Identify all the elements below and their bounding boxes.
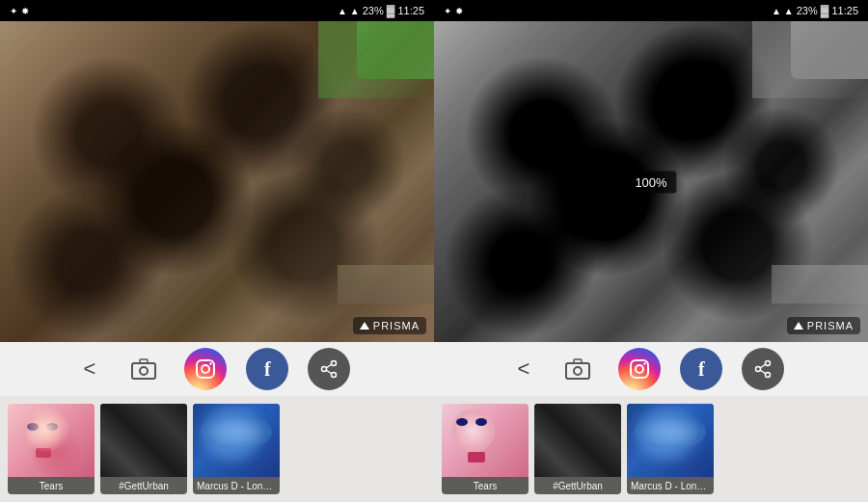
filter-label-urban-right: #GettUrban bbox=[534, 477, 621, 494]
bluetooth-icon2: ✸ bbox=[21, 6, 29, 16]
bluetooth-icon-r: ✦ bbox=[444, 6, 451, 16]
filter-thumb-marcus-right bbox=[627, 404, 714, 477]
prisma-triangle-left bbox=[360, 322, 369, 330]
filter-label-text-tears-right: Tears bbox=[472, 481, 499, 491]
svg-point-21 bbox=[756, 367, 761, 372]
svg-point-6 bbox=[210, 362, 212, 364]
time-right: 11:25 bbox=[831, 5, 858, 16]
svg-rect-15 bbox=[574, 359, 582, 363]
filter-label-tears-right: Tears bbox=[442, 477, 529, 494]
svg-point-5 bbox=[202, 365, 209, 373]
filter-item-urban-right[interactable]: ✓ #GettUrban bbox=[534, 404, 621, 494]
filter-item-tears-left[interactable]: Tears bbox=[8, 404, 95, 494]
prisma-text-right: PRISMA bbox=[807, 320, 854, 331]
filter-label-marcus-left: Marcus D - Lone ... bbox=[193, 477, 280, 494]
image-area-left: PRISMA bbox=[0, 21, 434, 342]
filter-label-tears-left: Tears bbox=[8, 477, 95, 494]
svg-line-22 bbox=[760, 364, 766, 368]
check-overlay-urban-right: ✓ bbox=[561, 424, 594, 457]
svg-point-19 bbox=[766, 361, 771, 366]
battery-percent-left: 23% bbox=[363, 5, 384, 16]
filter-thumb-urban-left: ✓ bbox=[100, 404, 187, 477]
status-bar-left: ✦ ✸ ▲ ▲ 23% ▓ 11:25 bbox=[0, 0, 434, 21]
action-bar-left: < f bbox=[0, 342, 434, 396]
prisma-badge-left: PRISMA bbox=[353, 317, 426, 334]
prisma-text-left: PRISMA bbox=[373, 320, 420, 331]
filter-thumb-tears-left bbox=[8, 404, 95, 477]
svg-point-20 bbox=[766, 373, 771, 378]
svg-point-18 bbox=[644, 362, 646, 364]
filter-label-text-urban-left: #GettUrban bbox=[117, 481, 171, 491]
filter-item-tears-right[interactable]: Tears bbox=[442, 404, 529, 494]
svg-point-8 bbox=[332, 373, 337, 378]
svg-line-23 bbox=[760, 370, 766, 374]
facebook-button-left[interactable]: f bbox=[246, 348, 288, 390]
facebook-icon-left: f bbox=[264, 358, 271, 381]
image-area-right: 100% PRISMA bbox=[434, 21, 868, 342]
wifi-icon: ▲ bbox=[350, 6, 360, 16]
svg-rect-13 bbox=[566, 363, 589, 379]
battery-icon-right: ▓ bbox=[821, 4, 829, 17]
right-panel: ✦ ✸ ▲ ▲ 23% ▓ 11:25 bbox=[434, 0, 868, 502]
filter-item-marcus-left[interactable]: Marcus D - Lone ... bbox=[193, 404, 280, 494]
instagram-button-right[interactable] bbox=[618, 348, 661, 390]
instagram-button-left[interactable] bbox=[184, 348, 227, 390]
svg-point-17 bbox=[636, 365, 643, 373]
filter-item-marcus-right[interactable]: Marcus D - Lone ... bbox=[627, 404, 714, 494]
battery-percent-right: 23% bbox=[797, 5, 818, 16]
svg-rect-1 bbox=[132, 363, 155, 379]
signal-icon: ▲ bbox=[338, 6, 347, 16]
svg-point-2 bbox=[140, 367, 148, 375]
filter-thumb-tears-right bbox=[442, 404, 529, 477]
filter-label-text-marcus-left: Marcus D - Lone ... bbox=[195, 481, 278, 491]
filter-item-urban-left[interactable]: ✓ #GettUrban bbox=[100, 404, 187, 494]
signal-icon-r: ▲ bbox=[772, 6, 781, 16]
back-button-left[interactable]: < bbox=[84, 357, 96, 382]
status-right: ▲ ▲ 23% ▓ 11:25 bbox=[338, 4, 424, 17]
filter-label-urban-left: #GettUrban bbox=[100, 477, 187, 494]
filter-label-text-marcus-right: Marcus D - Lone ... bbox=[629, 481, 712, 491]
filter-bar-left: Tears ✓ #GettUrban Marcus D - Lone ... bbox=[0, 396, 434, 502]
percentage-badge-right: 100% bbox=[625, 171, 676, 193]
facebook-button-right[interactable]: f bbox=[680, 348, 722, 390]
svg-point-14 bbox=[574, 367, 582, 375]
svg-rect-3 bbox=[140, 359, 148, 363]
camera-button-right[interactable] bbox=[556, 348, 599, 390]
svg-line-11 bbox=[326, 370, 332, 374]
filter-thumb-urban-right: ✓ bbox=[534, 404, 621, 477]
left-panel: ✦ ✸ ▲ ▲ 23% ▓ 11:25 bbox=[0, 0, 434, 502]
status-left-right: ✦ ✸ bbox=[444, 6, 463, 16]
check-overlay-urban-left: ✓ bbox=[127, 424, 160, 457]
filter-bar-right: Tears ✓ #GettUrban Marcus D - Lone ... bbox=[434, 396, 868, 502]
status-left: ✦ ✸ bbox=[10, 6, 29, 16]
back-button-right[interactable]: < bbox=[518, 357, 530, 382]
action-bar-right: < f bbox=[434, 342, 868, 396]
status-bar-right: ✦ ✸ ▲ ▲ 23% ▓ 11:25 bbox=[434, 0, 868, 21]
svg-point-9 bbox=[322, 367, 327, 372]
bluetooth-icon: ✦ bbox=[10, 6, 17, 16]
camera-button-left[interactable] bbox=[122, 348, 165, 390]
prisma-triangle-right bbox=[794, 322, 803, 330]
time-left: 11:25 bbox=[397, 5, 424, 16]
share-button-right[interactable] bbox=[742, 348, 784, 390]
bluetooth-icon2-r: ✸ bbox=[455, 6, 463, 16]
filter-thumb-marcus-left bbox=[193, 404, 280, 477]
status-right-right: ▲ ▲ 23% ▓ 11:25 bbox=[772, 4, 858, 17]
battery-icon-left: ▓ bbox=[387, 4, 395, 17]
wifi-icon-r: ▲ bbox=[784, 6, 794, 16]
prisma-badge-right: PRISMA bbox=[787, 317, 860, 334]
svg-line-10 bbox=[326, 364, 332, 368]
svg-point-7 bbox=[332, 361, 337, 366]
filter-label-text-urban-right: #GettUrban bbox=[551, 481, 605, 491]
filter-label-text-tears-left: Tears bbox=[38, 481, 65, 491]
filter-label-marcus-right: Marcus D - Lone ... bbox=[627, 477, 714, 494]
facebook-icon-right: f bbox=[698, 358, 705, 381]
share-button-left[interactable] bbox=[308, 348, 350, 390]
